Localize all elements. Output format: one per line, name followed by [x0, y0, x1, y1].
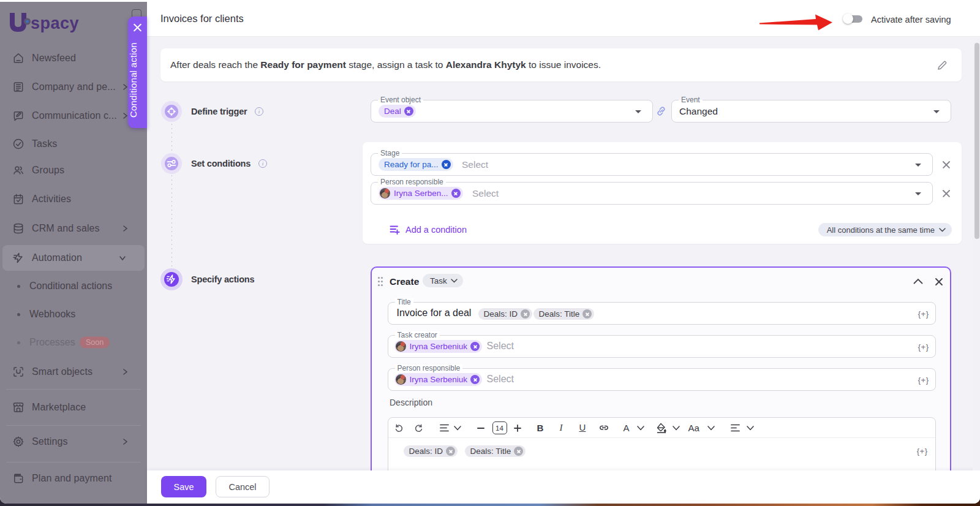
- svg-text:spacy: spacy: [31, 14, 79, 32]
